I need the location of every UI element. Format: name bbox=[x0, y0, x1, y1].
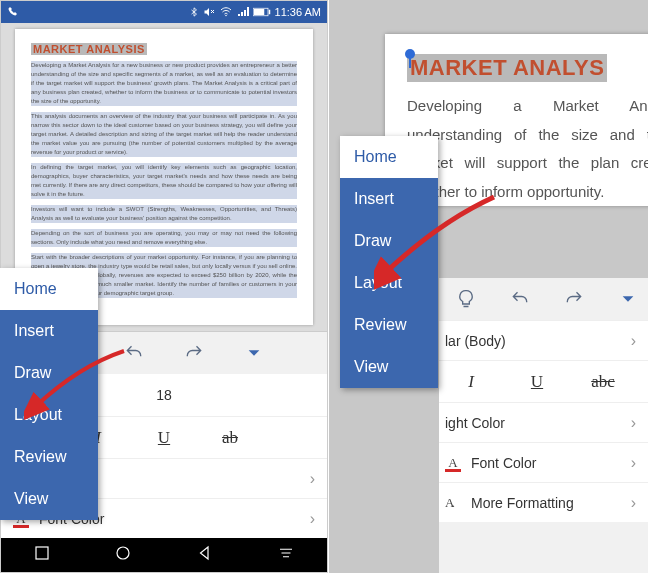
font-color-icon: A bbox=[445, 455, 471, 471]
text-cursor-handle[interactable] bbox=[403, 48, 417, 72]
doc-para: Developing a Market Analysis understandi… bbox=[407, 92, 648, 206]
annotation-arrow bbox=[374, 192, 504, 292]
home-icon[interactable] bbox=[114, 544, 132, 566]
redo-icon[interactable] bbox=[181, 340, 207, 366]
more-formatting-row[interactable]: A. More Formatting › bbox=[439, 482, 648, 522]
doc-para: Depending on the sort of business you ar… bbox=[31, 229, 297, 247]
highlight-color-row[interactable]: ight Color › bbox=[439, 402, 648, 442]
format-panel: lar (Body) › I U abc ight Color › A Font… bbox=[439, 278, 648, 573]
signal-icon bbox=[237, 6, 249, 18]
chevron-right-icon: › bbox=[631, 414, 636, 432]
chevron-right-icon: › bbox=[631, 332, 636, 350]
menu-item-home[interactable]: Home bbox=[0, 268, 98, 310]
doc-para: In defining the target market, you will … bbox=[31, 163, 297, 199]
font-color-row[interactable]: A Font Color › bbox=[439, 442, 648, 482]
status-bar: 11:36 AM bbox=[1, 1, 327, 23]
menu-item-review[interactable]: Review bbox=[340, 304, 438, 346]
wifi-icon bbox=[219, 6, 233, 18]
menu-stack-icon[interactable] bbox=[277, 544, 295, 566]
svg-rect-2 bbox=[253, 9, 264, 15]
svg-rect-4 bbox=[36, 547, 48, 559]
mute-icon bbox=[203, 6, 215, 18]
android-nav-bar bbox=[1, 538, 327, 572]
menu-item-view[interactable]: View bbox=[0, 478, 98, 520]
underline-button[interactable]: U bbox=[142, 428, 186, 448]
menu-item-home[interactable]: Home bbox=[340, 136, 438, 178]
doc-para: Investors will want to include a SWOT (S… bbox=[31, 205, 297, 223]
redo-icon[interactable] bbox=[561, 286, 587, 312]
recent-apps-icon[interactable] bbox=[33, 544, 51, 566]
doc-para: This analysis documents an overview of t… bbox=[31, 112, 297, 157]
status-time: 11:36 AM bbox=[275, 6, 321, 18]
doc-title: MARKET ANALYS bbox=[407, 54, 607, 82]
strike-button[interactable]: abc bbox=[581, 372, 625, 392]
svg-rect-7 bbox=[409, 54, 411, 68]
doc-title: MARKET ANALYSIS bbox=[31, 43, 147, 55]
svg-rect-3 bbox=[268, 10, 270, 15]
more-formatting-icon: A. bbox=[445, 495, 471, 511]
chevron-right-icon: › bbox=[310, 470, 315, 488]
chevron-right-icon: › bbox=[631, 454, 636, 472]
menu-item-view[interactable]: View bbox=[340, 346, 438, 388]
format-row: I U abc bbox=[439, 360, 648, 402]
chevron-right-icon: › bbox=[310, 510, 315, 528]
chevron-right-icon: › bbox=[631, 494, 636, 512]
strike-button[interactable]: ab bbox=[208, 428, 252, 448]
annotation-arrow bbox=[24, 346, 134, 426]
back-icon[interactable] bbox=[196, 544, 214, 566]
expand-panel-icon[interactable] bbox=[615, 286, 641, 312]
menu-item-review[interactable]: Review bbox=[0, 436, 98, 478]
italic-button[interactable]: I bbox=[449, 372, 493, 392]
underline-button[interactable]: U bbox=[515, 372, 559, 392]
font-family-row[interactable]: lar (Body) › bbox=[439, 320, 648, 360]
expand-panel-icon[interactable] bbox=[241, 340, 267, 366]
svg-point-0 bbox=[225, 15, 227, 17]
battery-icon bbox=[253, 7, 271, 17]
undo-icon[interactable] bbox=[507, 286, 533, 312]
bluetooth-icon bbox=[189, 6, 199, 18]
doc-para: Developing a Market Analysis for a new b… bbox=[31, 61, 297, 106]
svg-point-5 bbox=[117, 547, 129, 559]
phone-call-icon bbox=[7, 6, 19, 18]
